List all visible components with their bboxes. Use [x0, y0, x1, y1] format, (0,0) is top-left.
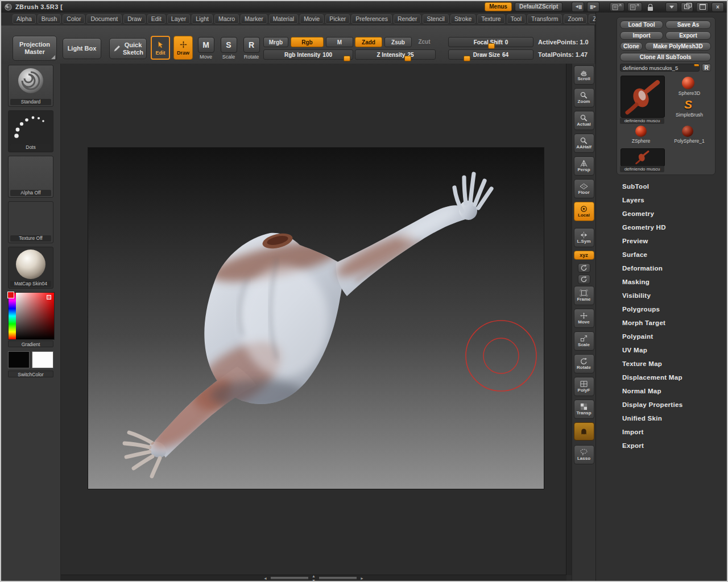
load-tool-button[interactable]: Load Tool — [620, 20, 663, 29]
section-displacement-map[interactable]: Displacement Map — [617, 371, 728, 384]
frame-button[interactable]: Frame — [574, 286, 594, 305]
focal-shift-slider[interactable]: Focal Shift0 — [448, 37, 533, 47]
document-viewport[interactable] — [88, 147, 544, 489]
section-polygroups[interactable]: Polygroups — [617, 302, 728, 316]
scroll-left-icon[interactable]: ◄ — [263, 576, 267, 580]
lsym-button[interactable]: L.Sym — [574, 228, 594, 247]
lasso-button[interactable]: Lasso — [574, 445, 594, 464]
switch-color-button[interactable]: SwitchColor — [8, 371, 53, 377]
hue-bar[interactable] — [9, 293, 16, 339]
section-unified-skin[interactable]: Unified Skin — [617, 411, 728, 425]
section-uv-map[interactable]: UV Map — [617, 343, 728, 357]
vertical-scrollbar[interactable] — [566, 64, 572, 575]
alpha-picker[interactable]: Alpha Off — [8, 156, 53, 198]
default-zscript-button[interactable]: DefaultZScript — [515, 2, 562, 11]
section-subtool[interactable]: SubTool — [617, 180, 728, 193]
secondary-color-swatch[interactable] — [32, 351, 53, 368]
close-button[interactable]: × — [712, 2, 724, 12]
rotate-3d-button[interactable]: Rotate — [574, 354, 594, 373]
save-as-button[interactable]: Save As — [665, 20, 711, 29]
rotate-mode-button[interactable]: R Rotate — [240, 37, 263, 60]
z-intensity-slider[interactable]: Z Intensity25 — [355, 49, 436, 60]
menu-draw[interactable]: Draw — [123, 14, 146, 24]
draw-mode-button[interactable]: Draw — [173, 36, 193, 60]
zcut-button[interactable]: Zcut — [414, 37, 435, 46]
mrgb-button[interactable]: Mrgb — [263, 37, 288, 47]
section-surface[interactable]: Surface — [617, 248, 728, 261]
scale-3d-button[interactable]: Scale — [574, 331, 594, 351]
local-button[interactable]: Local — [574, 202, 594, 221]
scroll-up-icon[interactable]: ▲ — [312, 574, 316, 578]
r-button[interactable]: R — [702, 64, 711, 72]
canvas-area[interactable]: ◄ ▲▼ ► — [61, 64, 572, 581]
menu-layer[interactable]: Layer — [167, 14, 190, 24]
section-preview[interactable]: Preview — [617, 234, 728, 248]
scroll-button[interactable]: Scroll — [574, 65, 594, 85]
menu-preferences[interactable]: Preferences — [351, 14, 392, 24]
scroll-down-icon[interactable]: ▼ — [312, 579, 316, 582]
rgb-intensity-handle[interactable] — [344, 56, 350, 61]
section-display-properties[interactable]: Display Properties — [617, 398, 728, 411]
menu-stroke[interactable]: Stroke — [450, 14, 475, 24]
active-tool-thumbnail[interactable] — [621, 76, 665, 118]
actual-button[interactable]: Actual — [574, 111, 594, 130]
section-layers[interactable]: Layers — [617, 193, 728, 207]
rollup-button[interactable] — [665, 2, 678, 12]
persp-button[interactable]: Persp — [574, 156, 594, 176]
ghost-button[interactable] — [574, 422, 594, 440]
edit-mode-button[interactable]: Edit — [151, 36, 170, 60]
menu-render[interactable]: Render — [394, 14, 421, 24]
horizontal-scrollbar[interactable]: ◄ ▲▼ ► — [61, 575, 566, 581]
section-import[interactable]: Import — [617, 425, 728, 439]
menu-movie[interactable]: Movie — [300, 14, 324, 24]
zadd-button[interactable]: Zadd — [355, 37, 382, 47]
section-deformation[interactable]: Deformation — [617, 261, 728, 275]
export-button[interactable]: Export — [665, 31, 711, 40]
menu-picker[interactable]: Picker — [325, 14, 350, 24]
menu-color[interactable]: Color — [63, 14, 85, 24]
scroll-right-icon[interactable]: ► — [360, 576, 364, 580]
move-3d-button[interactable]: Move — [574, 309, 594, 328]
history-back-button[interactable]: ◄|||| — [572, 2, 584, 12]
dock-right-icon[interactable] — [627, 2, 642, 11]
menu-stencil[interactable]: Stencil — [423, 14, 449, 24]
zoom-button[interactable]: Zoom — [574, 88, 594, 107]
xyz-button[interactable]: xyz — [574, 251, 594, 260]
clone-button[interactable]: Clone — [620, 42, 643, 51]
saturation-square[interactable] — [16, 293, 54, 339]
projection-master-button[interactable]: Projection Master — [13, 36, 57, 61]
spin-y-button[interactable] — [578, 275, 590, 284]
menu-light[interactable]: Light — [192, 14, 213, 24]
rgb-button[interactable]: Rgb — [291, 37, 324, 47]
simplebrush-thumbnail[interactable]: S — [682, 98, 694, 111]
light-box-button[interactable]: Light Box — [63, 38, 101, 59]
rgb-intensity-slider[interactable]: Rgb Intensity100 — [263, 49, 353, 60]
menus-button[interactable]: Menus — [485, 2, 512, 11]
dock-left-icon[interactable] — [610, 2, 624, 11]
transparency-button[interactable]: Transp — [574, 400, 594, 419]
scale-mode-button[interactable]: S Scale — [217, 37, 240, 60]
section-polypaint[interactable]: Polypaint — [617, 330, 728, 343]
gradient-label[interactable]: Gradient — [8, 340, 53, 347]
import-button[interactable]: Import — [620, 31, 663, 40]
menu-edit[interactable]: Edit — [147, 14, 166, 24]
brush-picker-standard[interactable]: Standard — [8, 65, 53, 107]
menu-zoom[interactable]: Zoom — [564, 14, 587, 24]
m-button[interactable]: M — [326, 37, 353, 47]
draw-size-handle[interactable] — [464, 56, 470, 61]
zsphere-thumbnail[interactable] — [635, 126, 647, 137]
aahalf-button[interactable]: AAHalf — [574, 134, 594, 153]
history-forward-button[interactable]: ||||► — [587, 2, 599, 12]
main-color-swatch[interactable] — [8, 351, 30, 368]
restore-button[interactable] — [681, 2, 693, 12]
lock-icon[interactable] — [645, 2, 655, 12]
menu-material[interactable]: Material — [269, 14, 298, 24]
menu-alpha[interactable]: Alpha — [13, 14, 36, 24]
zsub-button[interactable]: Zsub — [384, 37, 412, 47]
maximize-button[interactable] — [696, 2, 709, 12]
section-export[interactable]: Export — [617, 439, 728, 452]
section-morph-target[interactable]: Morph Target — [617, 316, 728, 330]
menu-document[interactable]: Document — [86, 14, 122, 24]
polysphere-thumbnail[interactable] — [682, 126, 693, 137]
floor-button[interactable]: Floor — [574, 179, 594, 198]
